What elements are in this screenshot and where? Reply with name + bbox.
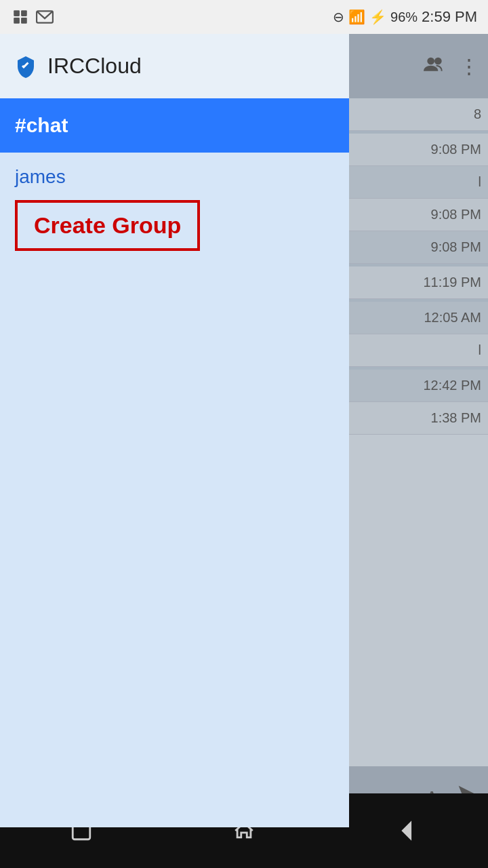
create-group-button[interactable]: Create Group — [15, 200, 200, 251]
message-row: 9:08 PM — [349, 199, 488, 231]
right-panel: ⋮ 8 9:08 PM l 9:08 PM 9:08 PM 11:19 PM — [349, 34, 488, 827]
message-row: 12:05 AM — [349, 302, 488, 334]
app-title: IRCCloud — [47, 54, 142, 79]
user-name: james — [15, 166, 334, 188]
sidebar-content: james Create Group — [0, 153, 349, 827]
message-row: 9:08 PM — [349, 231, 488, 264]
message-row: 1:38 PM — [349, 402, 488, 435]
message-row: 8 — [349, 98, 488, 131]
svg-rect-1 — [21, 10, 27, 16]
channel-item-chat[interactable]: #chat — [0, 98, 349, 153]
notification-icon — [11, 7, 30, 26]
svg-point-6 — [434, 58, 442, 65]
status-left-icons — [11, 7, 54, 26]
message-row: 11:19 PM — [349, 267, 488, 299]
message-row: l — [349, 334, 488, 367]
message-row: 12:42 PM — [349, 370, 488, 402]
app-header: IRCCloud — [0, 34, 349, 98]
svg-rect-2 — [14, 18, 20, 24]
signal-icon: 📶 — [348, 9, 365, 25]
svg-point-5 — [427, 58, 434, 65]
charging-icon: ⚡ — [369, 9, 386, 25]
group-icon[interactable] — [424, 54, 445, 78]
more-options-icon[interactable]: ⋮ — [459, 54, 480, 78]
create-group-label: Create Group — [34, 212, 181, 238]
email-icon — [35, 7, 54, 26]
channel-name: #chat — [15, 114, 68, 137]
status-right-info: ⊖ 📶 ⚡ 96% 2:59 PM — [333, 8, 477, 26]
message-row: l — [349, 166, 488, 199]
main-layout: IRCCloud #chat james Create Group — [0, 34, 488, 834]
back-button[interactable] — [392, 816, 422, 846]
dnd-icon: ⊖ — [333, 9, 344, 25]
app-logo-icon — [14, 54, 38, 79]
clock: 2:59 PM — [422, 8, 477, 26]
message-row: 9:08 PM — [349, 134, 488, 166]
battery-percentage: 96% — [390, 9, 418, 25]
chat-area: 8 9:08 PM l 9:08 PM 9:08 PM 11:19 PM 12:… — [349, 98, 488, 766]
status-bar: ⊖ 📶 ⚡ 96% 2:59 PM — [0, 0, 488, 34]
svg-marker-11 — [403, 823, 410, 839]
svg-rect-0 — [14, 10, 20, 16]
sidebar: IRCCloud #chat james Create Group — [0, 34, 349, 827]
svg-rect-3 — [21, 18, 27, 24]
right-panel-header: ⋮ — [349, 34, 488, 98]
